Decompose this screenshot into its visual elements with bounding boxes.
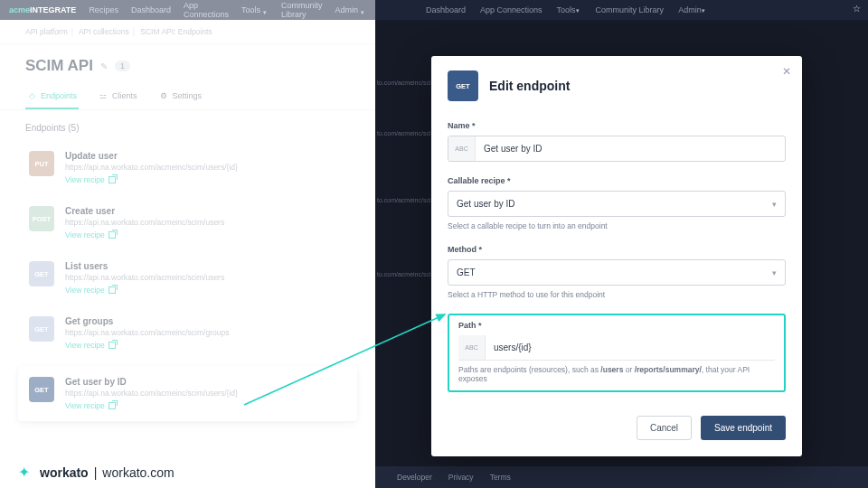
endpoint-name: Create user xyxy=(65,206,346,216)
endpoint-card[interactable]: GETList usershttps://api.na.workato.com/… xyxy=(18,250,357,305)
method-badge: GET xyxy=(29,261,54,286)
tab-label: Settings xyxy=(173,91,203,100)
external-link-icon xyxy=(108,286,116,294)
tab-settings[interactable]: ⚙ Settings xyxy=(157,84,204,109)
endpoint-card[interactable]: POSTCreate userhttps://api.na.workato.co… xyxy=(18,195,357,250)
method-badge: GET xyxy=(29,377,54,402)
endpoint-name: Get user by ID xyxy=(65,377,346,387)
view-recipe-link[interactable]: View recipe xyxy=(65,286,346,295)
modal-backdrop[interactable]: to.com/acmeinc/sci to.com/acmeinc/sci to… xyxy=(375,20,868,488)
external-link-icon xyxy=(108,231,116,239)
name-input[interactable]: ABC Get user by ID xyxy=(448,136,786,162)
method-badge: GET xyxy=(448,70,478,101)
modal-title: Edit endpoint xyxy=(489,79,570,93)
tab-label: Clients xyxy=(112,91,137,100)
page-title-row: SCIM API ✎ 1 xyxy=(0,44,375,84)
path-input[interactable]: ABC users/{id} xyxy=(458,335,775,361)
field-path-highlight: Path * ABC users/{id} Paths are endpoint… xyxy=(448,314,786,392)
modal-header: GET Edit endpoint xyxy=(448,70,786,101)
tabs: ◇ Endpoints ⚍ Clients ⚙ Settings xyxy=(0,84,375,110)
field-name: Name * ABC Get user by ID xyxy=(448,121,786,162)
view-recipe-link[interactable]: View recipe xyxy=(65,341,346,350)
endpoint-url: https://api.na.workato.com/acmeinc/scim/… xyxy=(65,218,346,227)
tab-label: Endpoints xyxy=(41,91,77,100)
view-recipe-link[interactable]: View recipe xyxy=(65,401,346,410)
footer-link[interactable]: Privacy xyxy=(448,473,474,482)
endpoint-card[interactable]: PUTUpdate userhttps://api.na.workato.com… xyxy=(18,140,357,195)
chevron-down-icon xyxy=(263,7,269,13)
nav-dashboard[interactable]: Dashboard xyxy=(131,5,171,14)
nav-community-library[interactable]: Community Library xyxy=(596,5,665,14)
chevron-down-icon: ▾ xyxy=(772,200,777,209)
endpoint-list: PUTUpdate userhttps://api.na.workato.com… xyxy=(0,136,375,430)
chevron-down-icon: ▾ xyxy=(772,268,777,277)
nav-tools[interactable]: Tools xyxy=(557,5,581,14)
endpoint-name: List users xyxy=(65,261,346,271)
close-icon[interactable]: ✕ xyxy=(782,65,791,78)
save-endpoint-button[interactable]: Save endpoint xyxy=(701,416,786,440)
method-badge: PUT xyxy=(29,151,54,176)
tab-endpoints[interactable]: ◇ Endpoints xyxy=(25,84,79,109)
page-title: SCIM API xyxy=(25,57,93,75)
breadcrumb: API platform| API collections| SCIM API:… xyxy=(0,20,375,44)
external-link-icon xyxy=(108,342,116,349)
endpoint-card[interactable]: GETGet groupshttps://api.na.workato.com/… xyxy=(18,305,357,361)
workato-logo-icon: ✦ xyxy=(18,465,34,481)
node-icon: ◇ xyxy=(27,91,36,100)
people-icon: ⚍ xyxy=(99,91,108,100)
nav-app-connections[interactable]: App Connections xyxy=(480,5,542,14)
field-method: Method * GET▾ Select a HTTP method to us… xyxy=(448,245,786,299)
nav-dashboard[interactable]: Dashboard xyxy=(426,5,466,14)
nav-app-connections[interactable]: App Connections xyxy=(184,1,229,19)
footer-link[interactable]: Developer xyxy=(397,473,432,482)
cancel-button[interactable]: Cancel xyxy=(637,416,692,440)
method-badge: GET xyxy=(29,316,54,342)
method-select[interactable]: GET▾ xyxy=(448,259,786,286)
field-callable-recipe: Callable recipe * Get user by ID▾ Select… xyxy=(448,176,786,230)
nav-admin[interactable]: Admin xyxy=(678,5,707,14)
tab-clients[interactable]: ⚍ Clients xyxy=(97,84,139,109)
abc-icon: ABC xyxy=(458,335,486,360)
chevron-down-icon xyxy=(576,5,581,11)
breadcrumb-item[interactable]: API collections xyxy=(79,27,129,36)
help-text: Paths are endpoints (resources), such as… xyxy=(458,365,775,383)
endpoint-url: https://api.na.workato.com/acmeinc/scim/… xyxy=(65,328,346,337)
endpoint-name: Get groups xyxy=(65,316,346,326)
gear-icon: ⚙ xyxy=(159,91,168,100)
external-link-icon xyxy=(108,402,116,409)
nav-admin[interactable]: Admin xyxy=(335,5,366,14)
abc-icon: ABC xyxy=(448,136,476,161)
callable-recipe-select[interactable]: Get user by ID▾ xyxy=(448,191,786,217)
background-app-right: Dashboard App Connections Tools Communit… xyxy=(375,0,868,488)
endpoint-card[interactable]: GETGet user by IDhttps://api.na.workato.… xyxy=(18,366,357,421)
help-text: Select a callable recipe to turn into an… xyxy=(448,221,786,230)
method-badge: POST xyxy=(29,206,54,231)
footer-link[interactable]: Terms xyxy=(490,473,511,482)
endpoint-url: https://api.na.workato.com/acmeinc/scim/… xyxy=(65,273,346,282)
watermark: ✦ workato | workato.com xyxy=(18,465,175,481)
view-recipe-link[interactable]: View recipe xyxy=(65,175,346,184)
background-app-left: acmeINTEGRATE Recipes Dashboard App Conn… xyxy=(0,0,375,488)
endpoint-url: https://api.na.workato.com/acmeinc/scim/… xyxy=(65,389,346,398)
footer: Developer Privacy Terms xyxy=(375,466,868,488)
topbar-right: Dashboard App Connections Tools Communit… xyxy=(375,0,868,20)
breadcrumb-item: SCIM API: Endpoints xyxy=(140,27,212,36)
view-recipe-link[interactable]: View recipe xyxy=(65,230,346,239)
nav-recipes[interactable]: Recipes xyxy=(89,5,118,14)
endpoint-name: Update user xyxy=(65,151,346,161)
topbar: acmeINTEGRATE Recipes Dashboard App Conn… xyxy=(0,0,375,20)
watermark-site: workato.com xyxy=(102,465,174,480)
endpoints-heading: Endpoints (5) xyxy=(0,110,375,136)
brand-logo: acmeINTEGRATE xyxy=(9,5,76,14)
nav-tools[interactable]: Tools xyxy=(241,5,269,14)
breadcrumb-item[interactable]: API platform xyxy=(25,27,68,36)
pencil-icon[interactable]: ✎ xyxy=(100,61,108,71)
edit-endpoint-modal: ✕ GET Edit endpoint Name * ABC Get user … xyxy=(431,56,802,456)
version-pill: 1 xyxy=(115,61,130,71)
modal-actions: Cancel Save endpoint xyxy=(448,416,786,440)
star-icon[interactable]: ☆ xyxy=(853,4,861,14)
chevron-down-icon xyxy=(361,7,366,13)
help-text: Select a HTTP method to use for this end… xyxy=(448,290,786,299)
nav-community-library[interactable]: Community Library xyxy=(281,1,323,19)
chevron-down-icon xyxy=(702,5,707,11)
